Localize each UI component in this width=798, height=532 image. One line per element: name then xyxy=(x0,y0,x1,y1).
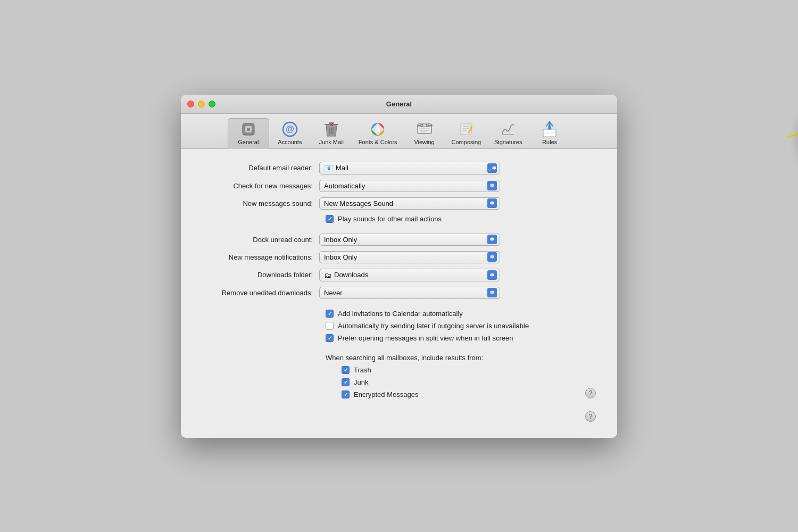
prefer-split-row: Prefer opening messages in split view wh… xyxy=(326,334,596,342)
svg-text:A: A xyxy=(375,126,381,134)
tab-accounts[interactable]: @ Accounts xyxy=(269,119,311,148)
tab-junk-mail-label: Junk Mail xyxy=(319,139,344,145)
default-email-row: Default email reader: 📧 Mail xyxy=(202,162,596,174)
annotation-arrow xyxy=(745,84,798,190)
tab-signatures[interactable]: Signatures xyxy=(487,119,529,148)
viewing-icon xyxy=(416,121,433,138)
junk-row: Junk xyxy=(342,378,596,386)
downloads-label: Downloads folder: xyxy=(202,271,319,279)
help-button-bottom[interactable]: ? xyxy=(585,411,596,422)
dock-count-select-wrapper: Inbox Only xyxy=(319,234,500,246)
prefer-split-checkbox[interactable] xyxy=(326,334,334,342)
signatures-icon xyxy=(500,121,517,138)
play-sounds-row: Play sounds for other mail actions xyxy=(326,215,596,223)
add-invitations-checkbox[interactable] xyxy=(326,310,334,318)
downloads-select-wrapper: 🗂 Downloads xyxy=(319,269,500,281)
new-sound-value: New Messages Sound xyxy=(324,200,393,207)
default-email-select-wrapper: 📧 Mail xyxy=(319,162,500,174)
prefer-split-label: Prefer opening messages in split view wh… xyxy=(338,334,513,342)
title-bar: General xyxy=(181,95,617,114)
rules-icon xyxy=(541,121,558,138)
accounts-icon: @ xyxy=(281,121,298,138)
select-arrow-check xyxy=(487,181,497,190)
check-messages-select-wrapper: Automatically xyxy=(319,180,500,192)
dock-count-row: Dock unread count: Inbox Only xyxy=(202,234,596,246)
default-email-label: Default email reader: xyxy=(202,164,319,172)
tab-fonts-colors[interactable]: A Fonts & Colors xyxy=(352,119,404,148)
trash-label: Trash xyxy=(354,366,371,374)
downloads-row: Downloads folder: 🗂 Downloads xyxy=(202,269,596,281)
new-sound-row: New messages sound: New Messages Sound xyxy=(202,197,596,210)
search-section-label: When searching all mailboxes, include re… xyxy=(326,354,596,362)
check-messages-row: Check for new messages: Automatically xyxy=(202,180,596,192)
junk-checkbox[interactable] xyxy=(342,378,350,386)
select-arrow-sound xyxy=(487,198,497,208)
tab-general-label: General xyxy=(238,139,259,145)
new-sound-select[interactable]: New Messages Sound xyxy=(319,197,500,210)
auto-send-row: Automatically try sending later if outgo… xyxy=(326,322,596,330)
remove-downloads-label: Remove unedited downloads: xyxy=(202,289,319,297)
svg-rect-2 xyxy=(247,128,250,131)
select-arrow-remove xyxy=(487,288,497,297)
tab-composing[interactable]: Composing xyxy=(445,119,488,148)
downloads-select[interactable]: 🗂 Downloads xyxy=(319,269,500,281)
remove-downloads-row: Remove unedited downloads: Never xyxy=(202,287,596,299)
tab-rules-label: Rules xyxy=(542,139,557,145)
auto-send-checkbox[interactable] xyxy=(326,322,334,330)
default-email-value: Mail xyxy=(336,164,348,172)
bottom-bar: ? xyxy=(202,411,596,422)
add-invitations-label: Add invitations to Calendar automaticall… xyxy=(338,310,463,318)
fonts-colors-icon: A xyxy=(369,121,386,138)
tab-accounts-label: Accounts xyxy=(278,139,302,145)
check-messages-select[interactable]: Automatically xyxy=(319,180,500,192)
help-button[interactable]: ? xyxy=(585,388,596,398)
tab-viewing[interactable]: Viewing xyxy=(404,119,445,148)
dock-count-value: Inbox Only xyxy=(324,236,357,244)
close-button[interactable] xyxy=(187,101,194,107)
svg-text:✕: ✕ xyxy=(329,122,333,127)
new-sound-label: New messages sound: xyxy=(202,200,319,207)
notifications-select[interactable]: Inbox Only xyxy=(319,251,500,263)
general-icon xyxy=(240,121,257,138)
encrypted-row: Encrypted Messages ? xyxy=(342,390,596,398)
window-title: General xyxy=(386,100,412,108)
tab-junk-mail[interactable]: ✕ Junk Mail xyxy=(311,119,352,148)
encrypted-label: Encrypted Messages xyxy=(354,390,418,398)
composing-icon xyxy=(458,121,475,138)
remove-downloads-value: Never xyxy=(324,289,343,297)
toolbar: General @ Accounts xyxy=(181,114,617,149)
mail-icon: 📧 xyxy=(324,164,333,172)
trash-checkbox[interactable] xyxy=(342,366,350,374)
junk-mail-icon: ✕ xyxy=(323,121,340,138)
select-arrow-notif xyxy=(487,252,497,262)
tab-general[interactable]: General xyxy=(228,118,269,149)
tab-composing-label: Composing xyxy=(452,139,481,145)
trash-row: Trash xyxy=(342,366,596,374)
tab-rules[interactable]: Rules xyxy=(529,119,570,148)
svg-line-28 xyxy=(787,116,798,137)
tab-fonts-colors-label: Fonts & Colors xyxy=(359,139,397,145)
new-sound-select-wrapper: New Messages Sound xyxy=(319,197,500,210)
default-email-select[interactable]: 📧 Mail xyxy=(319,162,500,174)
notifications-label: New message notifications: xyxy=(202,253,319,261)
svg-text:@: @ xyxy=(286,124,294,134)
auto-send-label: Automatically try sending later if outgo… xyxy=(338,322,529,330)
play-sounds-checkbox[interactable] xyxy=(326,215,334,223)
tab-signatures-label: Signatures xyxy=(494,139,522,145)
junk-label: Junk xyxy=(354,378,368,386)
select-arrow-downloads xyxy=(487,270,497,280)
maximize-button[interactable] xyxy=(209,101,215,107)
play-sounds-label: Play sounds for other mail actions xyxy=(338,215,442,223)
select-arrow-dock xyxy=(487,235,497,244)
minimize-button[interactable] xyxy=(198,101,205,107)
encrypted-checkbox[interactable] xyxy=(342,390,350,398)
notifications-row: New message notifications: Inbox Only xyxy=(202,251,596,263)
help-area: ? xyxy=(585,388,596,398)
downloads-folder-icon: 🗂 xyxy=(324,271,331,279)
select-arrow-email xyxy=(487,163,497,173)
notifications-value: Inbox Only xyxy=(324,253,357,261)
remove-downloads-select-wrapper: Never xyxy=(319,287,500,299)
check-messages-value: Automatically xyxy=(324,182,365,190)
remove-downloads-select[interactable]: Never xyxy=(319,287,500,299)
dock-count-select[interactable]: Inbox Only xyxy=(319,234,500,246)
